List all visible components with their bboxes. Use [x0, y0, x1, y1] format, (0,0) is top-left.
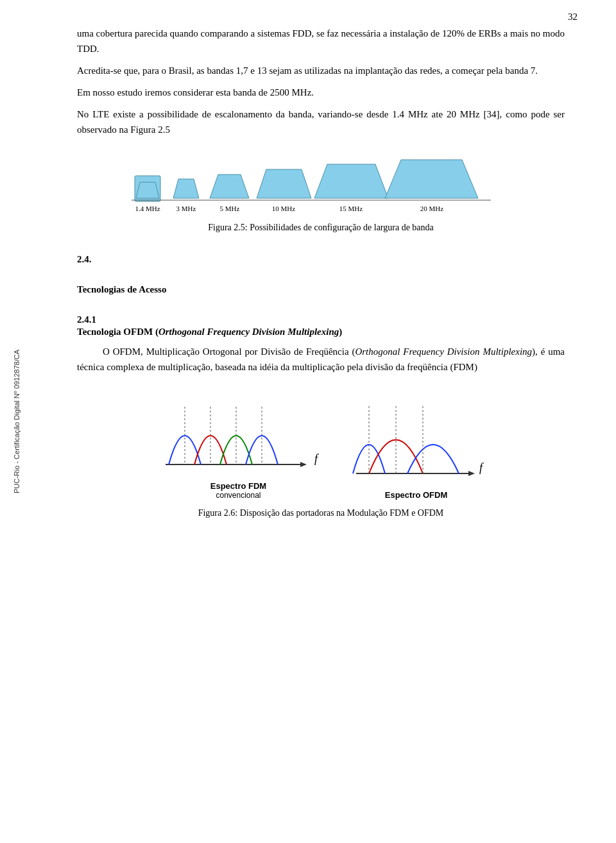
bandwidth-figure: 1.4 MHz 3 MHz 5 MHz 10 MHz 15 MHz 2: [77, 150, 565, 214]
svg-marker-2: [136, 182, 159, 198]
fdm-spectrum-svg: [159, 394, 313, 477]
section-241-title-plain: Tecnologia OFDM (: [77, 327, 158, 337]
fdm-spectrum-label: Espectro FDM: [210, 481, 266, 491]
svg-text:20 MHz: 20 MHz: [420, 205, 443, 212]
page-number: 32: [568, 12, 578, 22]
page-container: 32 PUC-Rio - Certificação Digital Nº 091…: [0, 0, 616, 843]
svg-marker-22: [468, 471, 475, 476]
section-241-title-italic: Orthogonal Frequency Division Multiplexi…: [158, 327, 339, 337]
svg-marker-16: [300, 462, 307, 467]
sidebar-certification-text: PUC-Rio - Certificação Digital Nº 091287…: [13, 350, 21, 493]
svg-text:3 MHz: 3 MHz: [176, 205, 196, 212]
fdm-f-label: f: [314, 452, 318, 466]
figure-26-caption: Figura 2.6: Disposição das portadoras na…: [77, 506, 565, 520]
figure-25-container: 1.4 MHz 3 MHz 5 MHz 10 MHz 15 MHz 2: [77, 150, 565, 235]
main-content: uma cobertura parecida quando comparando…: [77, 26, 565, 521]
paragraph-1: uma cobertura parecida quando comparando…: [77, 26, 565, 56]
paragraph-4: No LTE existe a possibilidade de escalon…: [77, 106, 565, 137]
bandwidth-svg: 1.4 MHz 3 MHz 5 MHz 10 MHz 15 MHz 2: [122, 150, 520, 214]
paragraph-5: O OFDM, Multiplicação Ortogonal por Divi…: [77, 344, 565, 375]
ofdm-spectrum-svg: [350, 403, 478, 486]
svg-text:1.4 MHz: 1.4 MHz: [135, 205, 160, 212]
fdm-spectrum-sublabel: convencional: [216, 491, 261, 500]
paragraph-2: Acredita-se que, para o Brasil, as banda…: [77, 63, 565, 78]
svg-text:5 MHz: 5 MHz: [220, 205, 240, 212]
svg-text:10 MHz: 10 MHz: [272, 205, 295, 212]
svg-marker-12: [385, 160, 478, 198]
svg-marker-10: [314, 164, 388, 198]
p5-italic: Orthogonal Frequency Division Multiplexi…: [355, 346, 532, 357]
section-24-number: 2.4.: [77, 254, 565, 265]
paragraph-3: Em nosso estudo iremos considerar esta b…: [77, 85, 565, 100]
section-241-title-end: ): [339, 327, 342, 337]
ofdm-f-label: f: [479, 461, 483, 475]
ofdm-spectrum-label: Espectro OFDM: [385, 490, 448, 500]
figure-25-caption: Figura 2.5: Possibilidades de configuraç…: [77, 221, 565, 235]
section-241-title: Tecnologia OFDM (Orthogonal Frequency Di…: [77, 327, 565, 337]
svg-text:15 MHz: 15 MHz: [339, 205, 363, 212]
svg-marker-8: [257, 169, 311, 198]
figure-26-container: f Espectro FDM convencional: [77, 394, 565, 520]
svg-marker-6: [210, 175, 249, 198]
section-241-number: 2.4.1: [77, 314, 565, 325]
section-24-title: Tecnologias de Acesso: [77, 284, 565, 295]
ofdm-spectrum-box: f Espectro OFDM: [350, 403, 483, 500]
p5-start: O OFDM, Multiplicação Ortogonal por Divi…: [103, 346, 355, 357]
fdm-spectrum-box: f Espectro FDM convencional: [159, 394, 318, 500]
svg-marker-4: [173, 179, 199, 198]
